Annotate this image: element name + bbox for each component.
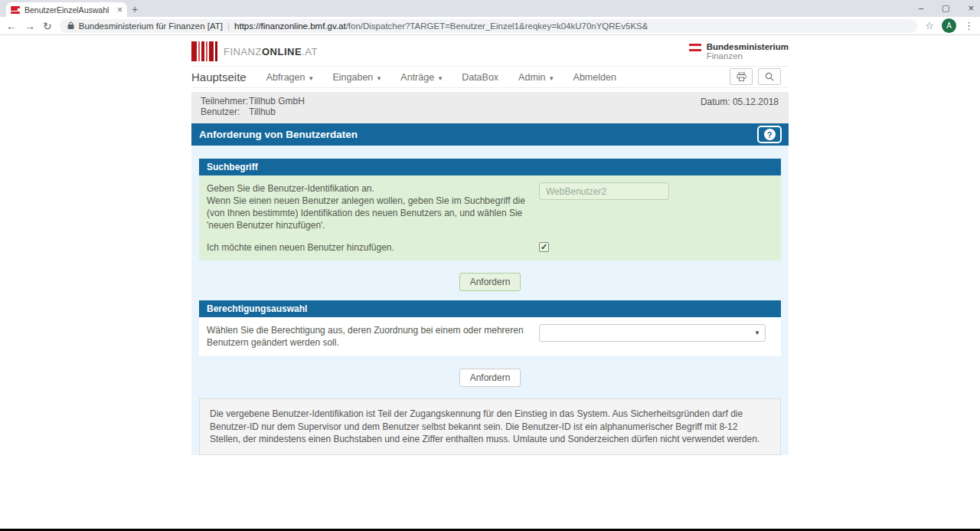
ministry-logo: Bundesministerium Finanzen bbox=[689, 42, 789, 61]
back-button[interactable]: ← bbox=[6, 21, 17, 31]
session-info-band: Teilnehmer: Tillhub GmbH Benutzer: Tillh… bbox=[191, 92, 789, 123]
benutzer-value: Tillhub bbox=[249, 107, 276, 117]
new-user-checkbox[interactable] bbox=[539, 242, 549, 252]
teilnehmer-label: Teilnehmer: bbox=[201, 97, 249, 107]
print-button[interactable] bbox=[730, 68, 753, 85]
browser-tab[interactable]: BenutzerEinzelAuswahl × bbox=[6, 2, 127, 17]
nav-eingaben[interactable]: Eingaben ▾ bbox=[332, 72, 381, 83]
nav-antraege[interactable]: Anträge ▾ bbox=[400, 72, 442, 83]
window-restore-button[interactable]: ▢ bbox=[942, 3, 949, 13]
nav-abmelden[interactable]: Abmelden bbox=[573, 72, 616, 83]
printer-icon bbox=[737, 72, 746, 81]
browser-menu-icon[interactable]: ⋮ bbox=[964, 20, 974, 31]
chevron-down-icon: ▾ bbox=[375, 74, 381, 82]
browser-tab-bar: BenutzerEinzelAuswahl × + – ▢ × bbox=[0, 0, 980, 17]
logo-bars-icon bbox=[191, 41, 217, 61]
new-user-checkbox-label: Ich möchte einen neuen Benutzer hinzufüg… bbox=[207, 242, 539, 253]
window-close-button[interactable]: × bbox=[968, 2, 974, 14]
suchbegriff-header-label: Suchbegriff bbox=[207, 162, 258, 172]
main-navigation: Hauptseite Abfragen ▾ Eingaben ▾ Anträge… bbox=[191, 67, 789, 88]
page-body: FINANZONLINE.AT Bundesministerium Finanz… bbox=[0, 35, 980, 529]
teilnehmer-value: Tillhub GmbH bbox=[249, 97, 305, 107]
profile-avatar[interactable]: A bbox=[942, 18, 956, 33]
chevron-down-icon: ▾ bbox=[307, 74, 312, 82]
logo-text: FINANZONLINE.AT bbox=[224, 46, 318, 57]
chevron-down-icon: ▾ bbox=[548, 74, 554, 82]
instruction-line2: Wenn Sie einen neuen Benutzer anlegen wo… bbox=[207, 195, 539, 231]
suchbegriff-input[interactable] bbox=[539, 182, 669, 200]
reload-button[interactable]: ↻ bbox=[43, 21, 52, 31]
browser-toolbar: ← → ↻ Bundesministerium für Finanzen [AT… bbox=[0, 17, 980, 35]
ministry-sub: Finanzen bbox=[707, 51, 789, 61]
page-url: https://finanzonline.bmf.gv.at/fon/Dispa… bbox=[234, 21, 648, 31]
search-icon bbox=[765, 72, 774, 81]
berechtigung-instructions: Wählen Sie die Berechtigung aus, deren Z… bbox=[207, 324, 536, 349]
benutzer-label: Benutzer: bbox=[201, 107, 249, 117]
tab-close-icon[interactable]: × bbox=[117, 5, 122, 15]
site-identity-label: Bundesministerium für Finanzen [AT] bbox=[79, 21, 223, 31]
forward-button[interactable]: → bbox=[24, 21, 35, 31]
anfordern-button-suchbegriff[interactable]: Anfordern bbox=[459, 273, 521, 291]
suchbegriff-header: Suchbegriff bbox=[199, 159, 781, 175]
page-title-bar: Anforderung von Benutzerdaten ? bbox=[191, 123, 789, 146]
info-box: Die vergebene Benutzer-Identifikation is… bbox=[199, 398, 781, 455]
berechtigung-header: Berechtigungsauswahl bbox=[199, 300, 781, 317]
nav-abfragen[interactable]: Abfragen ▾ bbox=[266, 72, 313, 83]
address-divider: | bbox=[227, 21, 230, 31]
info-text: Die vergebene Benutzer-Identifikation is… bbox=[210, 408, 770, 446]
berechtigung-section: Berechtigungsauswahl Wählen Sie die Bere… bbox=[199, 300, 781, 356]
date-display: Datum: 05.12.2018 bbox=[701, 97, 779, 107]
tab-title: BenutzerEinzelAuswahl bbox=[24, 5, 113, 15]
berechtigung-header-label: Berechtigungsauswahl bbox=[207, 303, 307, 314]
bookmark-star-icon[interactable]: ☆ bbox=[925, 20, 934, 31]
help-button[interactable]: ? bbox=[757, 126, 782, 143]
anfordern-button-berechtigung[interactable]: Anfordern bbox=[459, 369, 521, 387]
finanzonline-logo[interactable]: FINANZONLINE.AT bbox=[191, 41, 318, 61]
new-tab-button[interactable]: + bbox=[132, 3, 138, 15]
chevron-down-icon: ▾ bbox=[436, 74, 442, 82]
nav-hauptseite[interactable]: Hauptseite bbox=[191, 70, 247, 84]
suchbegriff-instructions: Geben Sie die Benutzer-Identifikation an… bbox=[207, 182, 539, 231]
question-mark-icon: ? bbox=[764, 129, 776, 140]
url-host: https://finanzonline.bmf.gv.at bbox=[234, 21, 346, 31]
finanzonline-favicon-icon bbox=[11, 6, 20, 14]
window-minimize-button[interactable]: – bbox=[919, 3, 923, 12]
content-area: Suchbegriff Geben Sie die Benutzer-Ident… bbox=[191, 146, 789, 455]
suchbegriff-section: Suchbegriff Geben Sie die Benutzer-Ident… bbox=[199, 159, 781, 261]
search-button[interactable] bbox=[758, 68, 781, 85]
address-bar[interactable]: Bundesministerium für Finanzen [AT] | ht… bbox=[60, 19, 918, 33]
austria-flag-icon bbox=[689, 44, 701, 51]
berechtigung-select[interactable]: ▼ bbox=[539, 324, 766, 342]
instruction-line1: Geben Sie die Benutzer-Identifikation an… bbox=[207, 182, 539, 195]
nav-databox[interactable]: DataBox bbox=[462, 72, 498, 83]
lock-icon bbox=[67, 21, 74, 30]
ministry-name: Bundesministerium bbox=[707, 42, 789, 51]
url-path: /fon/Dispatcher?TARGET=Benutzer_Einzel1&… bbox=[346, 21, 648, 31]
site-header: FINANZONLINE.AT Bundesministerium Finanz… bbox=[191, 35, 789, 67]
select-caret-icon: ▼ bbox=[754, 329, 760, 336]
page-title: Anforderung von Benutzerdaten bbox=[199, 129, 358, 140]
nav-admin[interactable]: Admin ▾ bbox=[518, 72, 553, 83]
